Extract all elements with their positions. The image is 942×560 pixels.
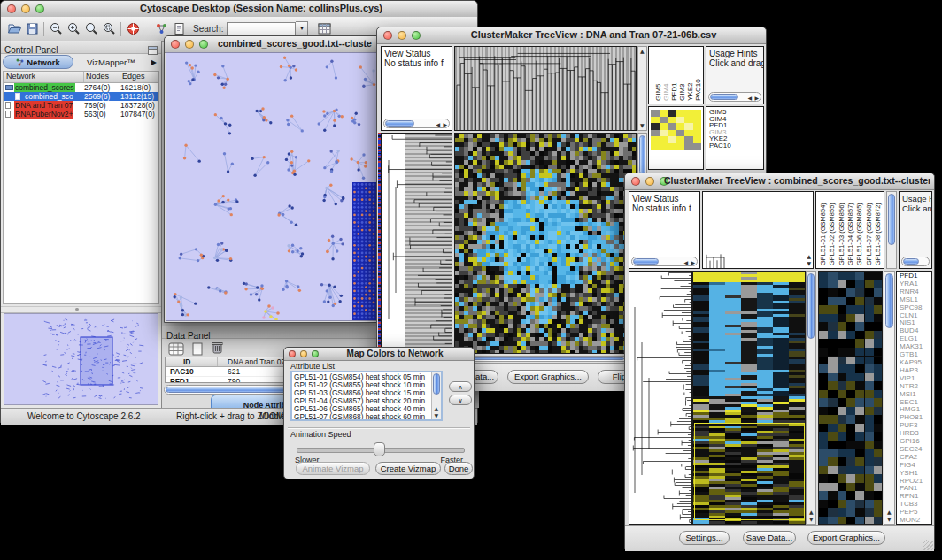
correlation-matrix-panel[interactable] xyxy=(648,106,704,170)
file-icon xyxy=(15,93,20,100)
matrix-cell xyxy=(651,143,660,150)
row-dendrogram[interactable] xyxy=(629,271,692,525)
close-button[interactable] xyxy=(289,350,296,357)
tv2-gene-list[interactable]: PFD1YRA1RNR4MSL1SPC98CLN1NIS1BUD4ELG1MAK… xyxy=(896,271,932,525)
network-tree-row[interactable]: combined_scores2764(0)16218(0) xyxy=(4,83,158,92)
dp-table-icon[interactable] xyxy=(167,340,185,357)
network-tree-row[interactable]: RNAPuberNov2+563(0)107847(0) xyxy=(4,110,158,119)
toolbar-separator xyxy=(120,22,121,36)
row-id: PFD1 xyxy=(170,377,189,383)
close-button[interactable] xyxy=(171,40,180,49)
animate-vizmap-button[interactable]: Animate Vizmap xyxy=(296,462,370,475)
matrix-cell xyxy=(660,117,668,124)
treeview-dna-titlebar[interactable]: ClusterMaker TreeView : DNA and Tran 07-… xyxy=(377,27,766,44)
open-file-icon[interactable] xyxy=(5,20,23,38)
minimize-button[interactable] xyxy=(300,350,307,357)
attribute-listbox[interactable]: GPL51-01 (GSM854) heat shock 05 minGPL51… xyxy=(290,371,443,421)
network-nodes: 563(0) xyxy=(84,110,106,119)
close-button[interactable] xyxy=(383,31,392,40)
create-vizmap-button[interactable]: Create Vizmap xyxy=(375,462,441,475)
gene-label[interactable]: PAC10 xyxy=(709,142,763,150)
col-header-nodes[interactable]: Nodes xyxy=(86,72,109,81)
usage-hints-hscrollbar[interactable]: ◀ ▶ xyxy=(708,92,761,102)
zoom-fit-icon[interactable] xyxy=(82,20,100,38)
tv2-heatmap[interactable] xyxy=(692,271,806,525)
attribute-list-vscrollbar[interactable]: ▲ ▼ xyxy=(431,372,441,419)
network-nodes: 2569(6) xyxy=(84,92,110,101)
search-dropdown-button[interactable]: ▼ xyxy=(296,21,308,36)
save-data-button[interactable]: Save Data... xyxy=(743,531,796,545)
row-dendrogram[interactable] xyxy=(381,133,452,354)
done-button[interactable]: Done xyxy=(444,462,473,475)
move-up-button[interactable]: ∧ xyxy=(449,381,472,392)
network-edges: 183728(0) xyxy=(120,101,155,110)
zoom-in-icon[interactable] xyxy=(65,20,82,38)
usage-hints-title: Usage Hi xyxy=(900,192,931,203)
animation-slider-handle[interactable] xyxy=(374,442,385,456)
tab-overflow-arrow[interactable]: ▶ xyxy=(149,58,159,66)
network-tree-row[interactable]: DNA and Tran 07769(0)183728(0) xyxy=(4,101,158,110)
tv2-heatmap-vscrollbar[interactable]: ▲ ▼ xyxy=(806,271,816,525)
window-controls[interactable] xyxy=(7,4,44,13)
usage-hints-hscrollbar[interactable] xyxy=(901,257,930,266)
network-nodes: 769(0) xyxy=(84,101,106,110)
tab-vizmapper[interactable]: VizMapper™ xyxy=(73,58,149,67)
zoom-button[interactable] xyxy=(312,350,319,357)
matrix-cell xyxy=(668,110,676,117)
export-graphics-button[interactable]: Export Graphics... xyxy=(807,531,885,545)
column-dendrogram[interactable] xyxy=(454,46,637,131)
network-tree-row[interactable]: combined_sco2569(6)13112(15) xyxy=(4,92,158,101)
toolbar-separator xyxy=(43,22,44,36)
tab-network[interactable]: Network xyxy=(3,55,73,69)
column-label: GPL51-04 (GSM857) xyxy=(846,203,855,265)
attribute-item[interactable]: GPL51-07 (GSM868) heat shock 60 min xyxy=(294,413,430,421)
dp-col-id[interactable]: ID xyxy=(183,357,191,366)
col-header-edges[interactable]: Edges xyxy=(122,72,145,81)
dp-new-attribute-icon[interactable] xyxy=(189,340,206,357)
view-status-hscrollbar[interactable]: ◀ ▶ xyxy=(383,119,450,128)
matrix-cell xyxy=(651,110,660,117)
column-label: GPL51-01 (GSM854) xyxy=(819,203,828,265)
main-titlebar[interactable]: Cytoscape Desktop (Session Name: collins… xyxy=(1,1,477,18)
network-canvas[interactable] xyxy=(166,52,380,321)
tv2-zoom-heatmap[interactable] xyxy=(818,271,883,525)
minimize-button[interactable] xyxy=(185,40,194,49)
tv1-hscrollbar[interactable] xyxy=(454,356,647,362)
search-input[interactable] xyxy=(227,22,296,35)
minimize-button[interactable] xyxy=(21,4,30,13)
network-overview[interactable] xyxy=(4,313,158,405)
zoom-button[interactable] xyxy=(199,40,208,49)
zoom-button[interactable] xyxy=(412,31,421,40)
move-down-button[interactable]: ∨ xyxy=(449,395,472,405)
dialog-titlebar[interactable]: Map Colors to Network xyxy=(284,348,474,361)
settings-button[interactable]: Settings... xyxy=(679,531,730,545)
network-view-titlebar[interactable]: combined_scores_good.txt--cluste... xyxy=(165,36,381,53)
tv2-zoom-vscrollbar[interactable]: ▲ ▼ xyxy=(884,271,895,525)
matrix-cell xyxy=(651,130,660,137)
panel-splitter[interactable] xyxy=(1,306,161,313)
dp-delete-trash-icon[interactable] xyxy=(208,339,226,357)
save-session-icon[interactable] xyxy=(23,20,41,38)
view-status-hscrollbar[interactable]: ◀ ▶ xyxy=(631,257,698,266)
export-graphics-button[interactable]: Export Graphics... xyxy=(507,370,589,384)
file-icon xyxy=(5,111,11,118)
help-lifering-icon[interactable] xyxy=(124,20,142,38)
resize-grip[interactable] xyxy=(923,540,933,550)
close-button[interactable] xyxy=(631,177,640,186)
matrix-cell xyxy=(668,123,676,130)
column-tree-area[interactable]: ▲ ▼ xyxy=(702,191,814,269)
minimize-button[interactable] xyxy=(398,31,406,40)
zoom-out-icon[interactable] xyxy=(47,20,65,38)
minimize-button[interactable] xyxy=(645,177,654,186)
treeview-combined-titlebar[interactable]: ClusterMaker TreeView : combined_scores_… xyxy=(625,173,934,190)
tv1-heatmap[interactable] xyxy=(454,133,637,354)
zoom-selected-icon[interactable] xyxy=(100,20,118,38)
tv1-top-vscrollbar[interactable]: ▲ ▼ xyxy=(637,46,647,131)
col-header-network[interactable]: Network xyxy=(6,72,35,81)
treeview-combined-window: ClusterMaker TreeView : combined_scores_… xyxy=(624,173,935,549)
close-button[interactable] xyxy=(7,4,16,13)
tv2-labels-vscrollbar[interactable] xyxy=(886,191,897,269)
zoom-button[interactable] xyxy=(35,4,44,13)
tv1-row-labels: GIM5GIM4PFD1GIM3YKE2PAC10 xyxy=(706,106,764,170)
gene-label[interactable]: MON2 xyxy=(900,517,931,525)
